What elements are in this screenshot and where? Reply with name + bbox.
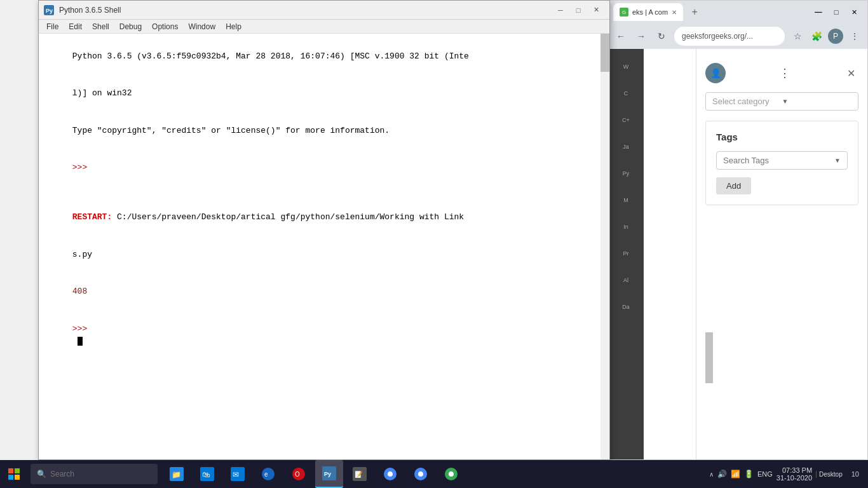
menu-options[interactable]: Options [147,21,183,32]
taskbar-explorer[interactable]: 📁 [163,460,191,488]
shell-scrollbar-thumb[interactable] [600,34,609,72]
taskbar-right: ∧ 🔊 📶 🔋 ENG 07:33 PM 31-10-2020 Desktop … [709,466,868,482]
chrome-tab-active[interactable]: G eks | A com ✕ [613,3,683,21]
chrome-close[interactable]: ✕ [846,6,862,18]
category-select[interactable]: Select category ▼ [705,92,858,111]
category-dropdown-arrow: ▼ [782,98,852,105]
chrome-browser-window[interactable]: G eks | A com ✕ + ─ □ ✕ ← → ↻ geeksforge… [607,0,868,460]
search-tags-wrapper[interactable]: ▼ [716,151,848,170]
left-navigation: W C C+ Ja Py M In Pr Al Da [608,49,644,459]
taskbar-opera[interactable]: O [285,460,313,488]
search-tags-dropdown-arrow[interactable]: ▼ [834,157,841,164]
nav-item-python[interactable]: Py [613,162,639,185]
tab-close-button[interactable]: ✕ [672,9,677,16]
tags-section: Tags ▼ Add [705,121,858,205]
minimize-button[interactable]: ─ [552,4,569,17]
bookmarks-icon[interactable]: ☆ [790,29,805,44]
desktop-number: 10 [849,470,862,478]
user-area: 👤 ⋮ ✕ [705,58,858,88]
chrome-toolbar-icons: ☆ 🧩 P ⋮ [790,29,862,44]
battery-icon[interactable]: 🔋 [744,470,754,478]
user-avatar[interactable]: 👤 [705,63,726,83]
user-more-button[interactable]: ⋮ [779,66,790,80]
window-controls[interactable]: ─ □ ✕ [552,4,604,17]
menu-file[interactable]: File [41,21,64,32]
tab-favicon: G [620,8,628,17]
nav-item-data[interactable]: Da [613,295,639,318]
taskbar-python[interactable]: Py [315,460,343,488]
taskbar-chrome3[interactable] [437,460,465,488]
menu-window[interactable]: Window [183,21,220,32]
nav-item-practice[interactable]: Pr [613,242,639,265]
nav-item-java[interactable]: Ja [613,135,639,158]
chrome-minimize[interactable]: ─ [810,6,827,18]
profile-icon[interactable]: P [828,29,843,44]
refresh-button[interactable]: ↻ [654,29,669,44]
maximize-button[interactable]: □ [570,4,587,17]
show-hidden-icons[interactable]: ∧ [709,471,714,478]
menu-debug[interactable]: Debug [114,21,147,32]
menu-shell[interactable]: Shell [87,21,114,32]
window-titlebar: Py Python 3.6.5 Shell ─ □ ✕ [39,1,609,20]
taskbar-chrome1[interactable] [376,460,404,488]
tags-title: Tags [716,132,848,142]
add-tag-button[interactable]: Add [716,177,751,194]
tab-title: eks | A com [632,8,668,16]
forward-button[interactable]: → [634,29,649,44]
svg-rect-3 [15,468,20,473]
shell-line-5: RESTART: C:/Users/praveen/Desktop/artica… [43,199,606,236]
network-icon[interactable]: 📶 [731,470,740,478]
svg-point-23 [418,471,423,477]
new-tab-button[interactable]: + [686,3,703,21]
menu-edit[interactable]: Edit [64,21,87,32]
taskbar-chrome2[interactable] [407,460,435,488]
taskbar-clock[interactable]: 07:33 PM 31-10-2020 [776,466,812,482]
python-shell-content[interactable]: Python 3.6.5 (v3.6.5:f59c0932b4, Mar 28 … [39,34,609,459]
nav-item-c2[interactable]: C+ [613,109,639,132]
shell-line-4: >>> [43,149,606,199]
taskbar-search-icon: 🔍 [37,470,46,478]
svg-text:Py: Py [324,471,331,477]
window-title: Python 3.6.5 Shell [59,6,552,15]
svg-point-25 [449,471,454,477]
taskbar-app-icons: 📁 🛍 ✉ e O [163,460,465,488]
python-shell-window[interactable]: Py Python 3.6.5 Shell ─ □ ✕ File Edit Sh… [38,0,610,460]
menu-help[interactable]: Help [220,21,247,32]
svg-text:✉: ✉ [233,470,239,479]
svg-text:🛍: 🛍 [202,470,210,479]
url-text: geeksforgeeks.org/... [682,32,753,41]
svg-text:e: e [264,471,268,478]
shell-line-8[interactable]: >>> [43,310,606,360]
back-button[interactable]: ← [613,29,628,44]
start-button[interactable] [0,460,28,488]
volume-icon[interactable]: 🔊 [717,470,727,478]
menu-icon[interactable]: ⋮ [847,29,862,44]
systray-icons: 🔊 📶 🔋 [717,470,754,478]
shell-line-6: s.py [43,236,606,273]
nav-item-algo[interactable]: Al [613,269,639,292]
svg-text:O: O [295,471,300,478]
taskbar-mail[interactable]: ✉ [224,460,252,488]
extensions-icon[interactable]: 🧩 [809,29,824,44]
url-bar[interactable]: geeksforgeeks.org/... [674,27,785,46]
taskbar-notepad[interactable]: 📝 [346,460,374,488]
nav-item-w[interactable]: W [613,55,639,78]
taskbar-search-input[interactable] [50,470,139,478]
taskbar-ie[interactable]: e [254,460,282,488]
chrome-maximize[interactable]: □ [828,6,844,18]
nav-item-c1[interactable]: C [613,82,639,105]
search-tags-input[interactable] [723,156,834,165]
right-panel: 👤 ⋮ ✕ Select category ▼ Tags ▼ Add [696,49,867,459]
svg-text:📝: 📝 [355,470,363,478]
show-desktop[interactable]: Desktop [816,471,845,478]
clock-date: 31-10-2020 [776,474,812,482]
shell-scrollbar[interactable] [600,34,609,459]
close-button[interactable]: ✕ [588,4,604,17]
panel-close-button[interactable]: ✕ [843,65,858,81]
nav-item-interview[interactable]: In [613,215,639,238]
taskbar-search[interactable]: 🔍 [31,464,158,484]
scrollbar-thumb[interactable] [705,332,713,383]
taskbar-store[interactable]: 🛍 [193,460,221,488]
chrome-window-controls[interactable]: ─ □ ✕ [810,6,862,18]
nav-item-m[interactable]: M [613,189,639,212]
